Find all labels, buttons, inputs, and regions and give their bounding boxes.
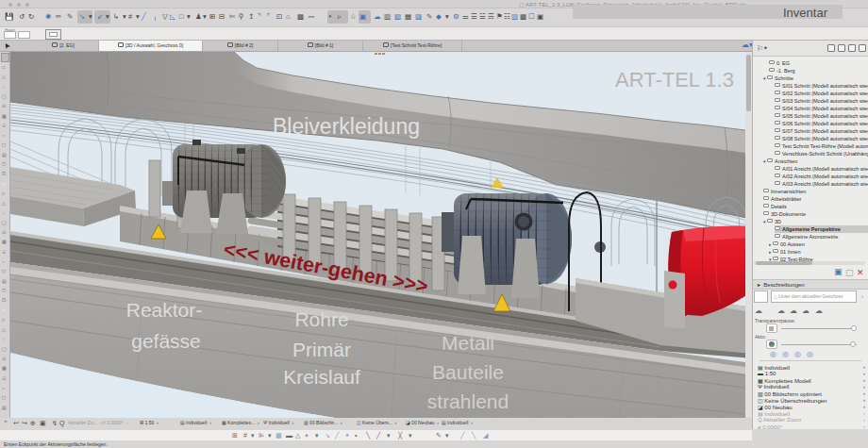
- svg-text:strahlend: strahlend: [427, 390, 509, 412]
- svg-text:ART-TEL 1.3: ART-TEL 1.3: [615, 68, 734, 91]
- svg-text:Reaktor-: Reaktor-: [126, 299, 203, 321]
- svg-text:Rohre: Rohre: [294, 308, 348, 330]
- svg-text:Primär: Primär: [292, 339, 351, 360]
- svg-text:Bauteile: Bauteile: [432, 361, 504, 383]
- svg-text:Metall: Metall: [442, 332, 494, 354]
- svg-text:Kreislauf: Kreislauf: [283, 366, 360, 388]
- svg-text:gefässe: gefässe: [131, 330, 201, 352]
